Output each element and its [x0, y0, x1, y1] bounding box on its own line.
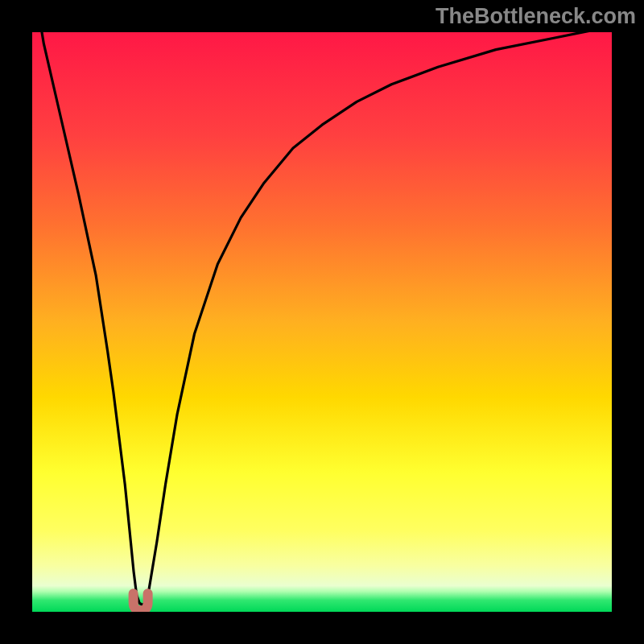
watermark-text: TheBottleneck.com	[436, 4, 636, 29]
chart-background	[32, 32, 612, 612]
chart-container: TheBottleneck.com	[0, 0, 644, 644]
chart-svg	[0, 0, 644, 644]
